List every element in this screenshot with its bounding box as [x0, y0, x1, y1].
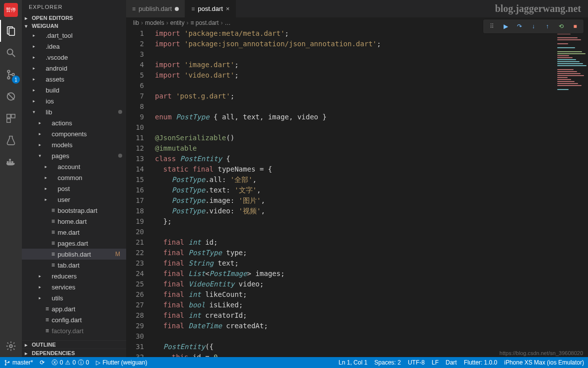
editor-tab[interactable]: ≡publish.dart — [126, 0, 185, 17]
tab-label: publish.dart — [139, 5, 172, 12]
sb-ghost-text: https://blog.csdn.net/sn_39608020 — [500, 350, 583, 356]
debug-stepout-icon[interactable]: ↑ — [542, 21, 553, 31]
section-project[interactable]: ▾ WEIGUAN — [22, 22, 126, 30]
tree-folder[interactable]: ▾pages — [22, 150, 126, 161]
svg-rect-12 — [7, 161, 9, 163]
tree-file[interactable]: ≡home.dart — [22, 216, 126, 227]
debug-drag-icon[interactable]: ⠿ — [486, 21, 497, 31]
section-outline[interactable]: ▸ OUTLINE — [22, 340, 126, 349]
breadcrumb-item[interactable]: entity — [170, 19, 185, 26]
close-icon[interactable]: × — [226, 5, 230, 12]
breadcrumb-item[interactable]: … — [224, 19, 230, 26]
activity-explorer-icon[interactable] — [0, 20, 22, 42]
tree-file[interactable]: ≡publish.dartM — [22, 249, 126, 260]
activity-docker-icon[interactable] — [0, 151, 22, 173]
modified-dot-icon — [118, 110, 122, 114]
status-bar: master* ⟳ ⓧ0 ⚠0 ⓘ0 ▷Flutter (weiguan) Ln… — [0, 357, 588, 368]
chevron-right-icon: ▸ — [31, 98, 37, 103]
chevron-right-icon: ▸ — [25, 351, 30, 356]
tree-file[interactable]: ≡factory.dart — [22, 325, 126, 336]
tree-folder[interactable]: ▸.vscode — [22, 52, 126, 63]
sb-language[interactable]: Dart — [445, 359, 457, 366]
tree-item-label: publish.dart — [58, 251, 115, 258]
tree-folder[interactable]: ▸reducers — [22, 271, 126, 281]
tree-file[interactable]: ≡bootstrap.dart — [22, 205, 126, 216]
debug-restart-icon[interactable]: ⟲ — [556, 21, 567, 31]
tree-folder[interactable]: ▸components — [22, 128, 126, 139]
sb-eol[interactable]: LF — [432, 359, 439, 366]
sb-flutter-version[interactable]: Flutter: 1.0.0 — [464, 359, 497, 366]
tree-folder[interactable]: ▸account — [22, 161, 126, 172]
tree-file[interactable]: ≡app.dart — [22, 303, 126, 314]
section-label: OPEN EDITORS — [32, 15, 73, 21]
sb-spaces[interactable]: Spaces: 2 — [374, 359, 401, 366]
breadcrumb-item[interactable]: lib — [133, 19, 139, 26]
chevron-right-icon: ▸ — [43, 175, 49, 180]
activity-debug-icon[interactable] — [0, 86, 22, 107]
tree-folder[interactable]: ▸utils — [22, 292, 126, 303]
sidebar-title: EXPLORER — [22, 0, 126, 14]
tree-folder[interactable]: ▸models — [22, 139, 126, 150]
breadcrumb-item[interactable]: models — [145, 19, 164, 26]
tree-file[interactable]: ≡pages.dart — [22, 238, 126, 249]
tab-label: post.dart — [198, 5, 223, 12]
scm-badge: 1 — [12, 76, 20, 84]
activity-search-icon[interactable] — [0, 42, 22, 64]
sb-branch[interactable]: master* — [4, 359, 33, 366]
minimap[interactable] — [553, 28, 588, 357]
debug-stepover-icon[interactable]: ↷ — [514, 21, 525, 31]
tree-file[interactable]: ≡tab.dart — [22, 260, 126, 271]
tree-folder[interactable]: ▸post — [22, 183, 126, 194]
breadcrumb-item[interactable]: ≡ post.dart — [190, 19, 219, 26]
tree-folder[interactable]: ▸common — [22, 172, 126, 183]
tree-folder[interactable]: ▾lib — [22, 106, 126, 117]
activity-bar: 暂停 1 — [0, 0, 22, 357]
editor-body[interactable]: 1234567891011121314151617181920212223242… — [126, 28, 588, 357]
sb-problems[interactable]: ⓧ0 ⚠0 ⓘ0 — [52, 359, 89, 367]
section-open-editors[interactable]: ▸ OPEN EDITORS — [22, 14, 126, 22]
activity-scm-icon[interactable]: 1 — [0, 64, 22, 86]
tree-folder[interactable]: ▸.idea — [22, 41, 126, 52]
activity-settings-icon[interactable] — [0, 335, 22, 357]
tree-folder[interactable]: ▸.dart_tool — [22, 30, 126, 41]
sb-sync[interactable]: ⟳ — [40, 359, 45, 366]
chevron-right-icon: ▸ — [43, 197, 49, 202]
debug-stop-icon[interactable]: ■ — [570, 21, 581, 31]
debug-toolbar: ⠿ ▶ ↷ ↓ ↑ ⟲ ■ — [483, 19, 584, 34]
debug-pause-icon[interactable]: ▶ — [500, 21, 511, 31]
tree-folder[interactable]: ▸android — [22, 63, 126, 74]
debug-stepin-icon[interactable]: ↓ — [528, 21, 539, 31]
line-gutter: 1234567891011121314151617181920212223242… — [126, 28, 153, 357]
chevron-right-icon: › — [186, 19, 188, 26]
tree-folder[interactable]: ▸build — [22, 85, 126, 95]
sb-encoding[interactable]: UTF-8 — [408, 359, 425, 366]
tree-item-label: config.dart — [52, 316, 122, 324]
activity-extensions-icon[interactable] — [0, 107, 22, 129]
tree-folder[interactable]: ▸assets — [22, 74, 126, 85]
tree-item-label: account — [58, 163, 122, 171]
chevron-right-icon: ▸ — [31, 55, 37, 60]
section-dependencies[interactable]: ▸ DEPENDENCIES — [22, 349, 126, 357]
chevron-right-icon: ▸ — [37, 284, 43, 289]
chevron-down-icon: ▾ — [31, 109, 37, 114]
tree-file[interactable]: ≡me.dart — [22, 227, 126, 238]
tree-item-label: post — [58, 185, 122, 192]
editor-tab[interactable]: ≡post.dart× — [185, 0, 236, 17]
svg-point-2 — [7, 49, 13, 55]
tree-item-label: ios — [46, 97, 122, 105]
tree-folder[interactable]: ▸user — [22, 194, 126, 205]
tree-folder[interactable]: ▸services — [22, 281, 126, 292]
tree-file[interactable]: ≡config.dart — [22, 314, 126, 325]
activity-test-icon[interactable] — [0, 129, 22, 151]
tree-item-label: app.dart — [52, 305, 122, 313]
sb-device[interactable]: iPhone XS Max (ios Emulator) — [504, 359, 584, 366]
tree-item-label: build — [46, 87, 122, 94]
svg-point-16 — [9, 345, 12, 348]
tree-folder[interactable]: ▸ios — [22, 95, 126, 106]
code-content[interactable]: import 'package:meta/meta.dart';import '… — [153, 28, 553, 357]
sb-launch[interactable]: ▷Flutter (weiguan) — [96, 359, 147, 366]
sb-lncol[interactable]: Ln 1, Col 1 — [339, 359, 368, 366]
chevron-right-icon: ▸ — [37, 274, 43, 278]
tree-item-label: .vscode — [46, 54, 122, 61]
tree-folder[interactable]: ▸actions — [22, 117, 126, 128]
